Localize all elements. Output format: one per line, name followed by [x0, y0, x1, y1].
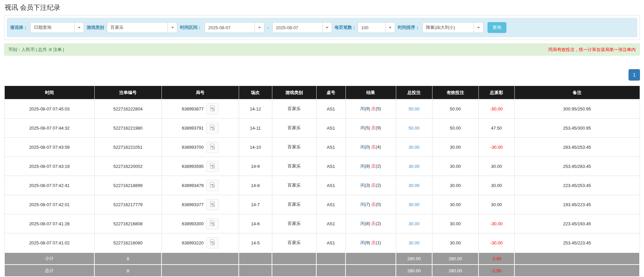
cell-payout: -50.00 [478, 99, 514, 119]
total-payout: -2.50 [478, 265, 514, 277]
result-banker: 庄 [371, 144, 376, 149]
cell-table-no: AS1 [316, 99, 346, 119]
result-player-count: (0) [365, 144, 370, 149]
video-replay-button[interactable] [206, 161, 219, 172]
cell-table-no: AS1 [316, 214, 346, 233]
cell-round-id: 638993220 [162, 233, 239, 253]
result-player: 闲 [360, 183, 365, 188]
cell-session: 14-12 [239, 99, 272, 119]
page-1-button[interactable]: 1 [629, 69, 640, 81]
cell-table-no: AS1 [316, 157, 346, 176]
total-bet-link[interactable]: 30.00 [409, 240, 420, 245]
query-type-select[interactable]: 日期查询 [30, 22, 84, 33]
total-bet-link[interactable]: 30.00 [409, 183, 420, 188]
time-sort-value: 降冪(由大到小) [423, 25, 455, 31]
cell-valid-bet: 30.00 [432, 176, 478, 195]
total-bet-link[interactable]: 30.00 [409, 164, 420, 169]
cell-remark: 253.45/300.95 [514, 119, 640, 138]
result-banker: 庄 [371, 202, 376, 207]
cell-session: 14-9 [239, 157, 272, 176]
cell-game-type: 百家乐 [272, 233, 316, 253]
table-row: 2025-08-07 07:41:02522716216080638993220… [4, 233, 640, 253]
cell-round-id: 638993700 [162, 138, 239, 157]
cell-round-id: 638993595 [162, 157, 239, 176]
cell-valid-bet: 30.00 [432, 138, 478, 157]
cell-valid-bet: 50.00 [432, 99, 478, 119]
game-type-select[interactable]: 百家乐 [107, 22, 177, 33]
video-file-icon [209, 201, 216, 208]
cell-bet-id: 522716217779 [94, 195, 162, 214]
video-replay-button[interactable] [206, 218, 219, 229]
result-banker: 庄 [371, 183, 376, 188]
cell-payout: 30.00 [478, 195, 514, 214]
result-player: 闲 [360, 221, 365, 226]
page-size-select[interactable]: 100 [358, 22, 395, 33]
filter-panel: 请选择： 日期查询 游戏类别 百家乐 时间区间： 2025-08-07 ~ 20… [4, 15, 640, 40]
result-player: 闲 [360, 106, 365, 111]
cell-payout: -30.00 [478, 214, 514, 233]
col-header-10: 备注 [514, 86, 640, 99]
cell-remark: 283.45/253.45 [514, 138, 640, 157]
table-row: 2025-08-07 07:43:59522716221051638993700… [4, 138, 640, 157]
col-header-1: 注单编号 [94, 86, 162, 99]
cell-payout: 47.50 [478, 119, 514, 138]
video-replay-button[interactable] [206, 123, 219, 134]
subtotal-label: 小计 [4, 252, 94, 265]
currency-total-text: 币别：人民币 | 总共 :8 注单 | [8, 47, 64, 53]
round-number: 638993877 [182, 106, 203, 111]
video-replay-button[interactable] [206, 142, 219, 153]
total-bet-link[interactable]: 30.00 [409, 145, 420, 150]
cell-bet-id: 522716218899 [94, 176, 162, 195]
round-number: 638993220 [182, 240, 203, 245]
result-player-count: (9) [365, 240, 370, 245]
cell-result: 闲(9) 庄(5) [346, 99, 396, 119]
empty-cell [272, 252, 316, 265]
result-player: 闲 [360, 240, 365, 245]
cell-remark: 223.45/253.45 [514, 176, 640, 195]
empty-cell [346, 265, 396, 277]
cell-remark: 253.45/223.45 [514, 233, 640, 253]
total-bet-link[interactable]: 30.00 [409, 202, 420, 207]
cell-game-type: 百家乐 [272, 214, 316, 233]
game-type-select-value: 百家乐 [107, 25, 124, 31]
result-player-count: (9) [365, 106, 370, 111]
cell-game-type: 百家乐 [272, 119, 316, 138]
empty-cell [316, 252, 346, 265]
empty-cell [239, 265, 272, 277]
round-number: 638993595 [182, 164, 203, 169]
date-from-select[interactable]: 2025-08-07 [204, 22, 264, 33]
total-label: 总计 [4, 265, 94, 277]
chevron-down-icon [168, 22, 177, 33]
time-sort-select[interactable]: 降冪(由大到小) [422, 22, 484, 33]
game-type-label: 游戏类别 [87, 25, 104, 31]
video-file-icon [209, 105, 216, 112]
video-replay-button[interactable] [206, 199, 219, 210]
result-banker-count: (0) [376, 202, 381, 207]
total-bet-link[interactable]: 50.00 [409, 126, 420, 131]
date-to-select[interactable]: 2025-08-07 [272, 22, 332, 33]
total-count: 8 [94, 265, 162, 277]
cell-total-bet: 30.00 [396, 176, 432, 195]
video-file-icon [209, 220, 216, 227]
cell-result: 闲(5) 庄(9) [346, 119, 396, 138]
cell-result: 闲(9) 庄(1) [346, 233, 396, 253]
col-header-2: 局号 [162, 86, 239, 99]
cell-total-bet: 30.00 [396, 214, 432, 233]
result-banker-count: (2) [376, 164, 381, 169]
video-replay-button[interactable] [206, 103, 219, 114]
video-file-icon [209, 182, 216, 189]
cell-session: 14-8 [239, 176, 272, 195]
page-size-label: 每页笔数 : [335, 25, 355, 31]
query-button[interactable]: 查询 [488, 22, 506, 33]
total-bet-link[interactable]: 50.00 [409, 106, 420, 111]
date-to-value: 2025-08-07 [273, 25, 298, 30]
cell-session: 14-10 [239, 138, 272, 157]
total-bet-link[interactable]: 30.00 [409, 221, 420, 226]
video-replay-button[interactable] [206, 237, 219, 248]
empty-cell [514, 252, 640, 265]
subtotal-payout: -2.50 [478, 252, 514, 265]
table-body: 2025-08-07 07:45:03522716222804638993877… [4, 99, 640, 277]
page-size-value: 100 [358, 25, 369, 30]
col-header-9: 总派彩 [478, 86, 514, 99]
video-replay-button[interactable] [206, 180, 219, 191]
